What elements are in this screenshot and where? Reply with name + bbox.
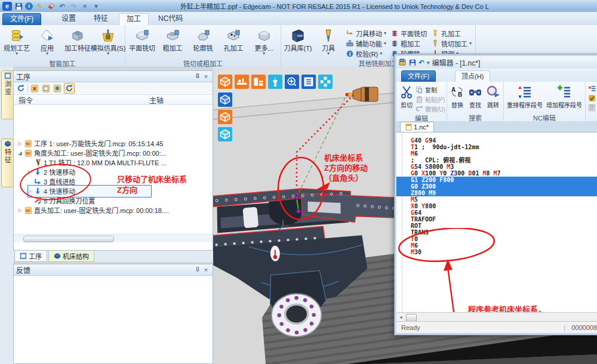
tree-row[interactable]: ▷NC工序 1: user-万能铣头龙门.mcp: 05:15:14.45 <box>17 138 163 148</box>
scroll-x-icon[interactable] <box>30 84 39 93</box>
tree-row[interactable]: ▷4 快速移动 <box>27 186 75 196</box>
ribbon-small-button[interactable]: 孔加工 <box>429 28 473 38</box>
code-line[interactable]: T0 <box>396 236 597 242</box>
close-icon[interactable]: × <box>202 72 210 81</box>
code-line[interactable]: G64 <box>396 209 597 216</box>
expand-icon[interactable]: ▷ <box>17 141 23 146</box>
stock-cube-icon[interactable] <box>218 75 232 89</box>
code-line[interactable]: G40 G94 <box>396 137 597 144</box>
editor-button[interactable]: 跳转 <box>484 83 502 113</box>
column-command[interactable]: 指令 <box>14 95 149 104</box>
eraser-icon[interactable] <box>46 2 56 11</box>
tree-row[interactable]: ▷2 快速移动 <box>27 167 75 177</box>
tree-row[interactable]: 5 刀具回换刀位置 <box>27 196 95 205</box>
scroll-win-icon[interactable] <box>41 84 51 93</box>
main-tab-4[interactable]: NC代码 <box>151 13 190 24</box>
dock-tab-浏览[interactable]: 浏览 <box>1 70 14 119</box>
redo-icon[interactable]: ↷ <box>69 2 78 11</box>
code-line[interactable]: TRANS <box>396 229 597 236</box>
ribbon-button[interactable]: 模拟仿真(S)▾ <box>93 26 123 55</box>
ribbon-button[interactable]: 更多...▾ <box>249 26 279 55</box>
code-line[interactable]: X0 Y800 <box>396 203 597 209</box>
pin-icon[interactable] <box>193 72 202 81</box>
code-line[interactable]: M30 <box>396 249 597 255</box>
code-line[interactable]: M6 <box>396 150 597 157</box>
info-icon[interactable]: i <box>25 2 33 10</box>
editor-tab-顶点(H)[interactable]: 顶点(H) <box>455 70 490 82</box>
view-cube-blue-icon[interactable] <box>218 92 232 107</box>
tree-row[interactable]: ▷NC直头加工: user-固定铣头龙门.mcp: 00:00:18.... <box>17 205 169 215</box>
ribbon-button[interactable]: 孔加工 <box>219 26 248 52</box>
ribbon-button[interactable]: 应用▾ <box>32 26 62 55</box>
code-line[interactable]: M6 <box>396 242 597 249</box>
editor-small-button[interactable]: 粘贴(P) <box>416 94 445 104</box>
ribbon-button[interactable]: 加工特征 <box>63 26 93 52</box>
main-tab-3[interactable]: 加工 <box>119 13 149 25</box>
code-line[interactable]: G1 Z200 F800 <box>396 177 597 183</box>
view-cube-cyan-icon[interactable] <box>218 127 232 141</box>
editor-small-button[interactable]: 复制 <box>416 85 445 94</box>
expand-icon[interactable]: ▷ <box>17 208 23 213</box>
view-cube-orange-icon[interactable] <box>218 110 232 124</box>
code-line[interactable]: TRAFOOF <box>396 216 597 223</box>
ribbon-small-button[interactable]: 校验(R)▾ <box>344 48 388 58</box>
machine-icon[interactable] <box>251 75 266 89</box>
move-icon[interactable] <box>318 75 333 89</box>
save-icon[interactable] <box>409 59 416 66</box>
editor-small-button[interactable]: 删 <box>588 84 597 93</box>
scroll-go-icon[interactable] <box>53 84 62 93</box>
code-line[interactable]: ; CPL: 俯视.俯视 <box>396 157 597 164</box>
bottom-tab-机床结构[interactable]: 机床结构 <box>48 251 94 262</box>
code-line[interactable]: M5 <box>396 196 597 203</box>
code-line[interactable]: G0 X100 Y0 Z300 D01 M8 M7 <box>396 170 597 177</box>
code-line[interactable]: G54 S8000 M3 <box>396 164 597 170</box>
bottom-tab-工序[interactable]: 工序 <box>14 251 47 262</box>
fixture-icon[interactable] <box>235 75 249 89</box>
main-tab-1[interactable]: 设置 <box>54 13 83 24</box>
dock-tab-特征[interactable]: 特征 <box>1 138 14 187</box>
ribbon-small-button[interactable]: 辅助功能▾ <box>344 38 388 48</box>
more-icon[interactable]: ▾ <box>91 2 101 11</box>
save-icon[interactable] <box>14 2 23 11</box>
close-icon[interactable]: × <box>80 2 90 11</box>
nc-editor-window[interactable]: ↶ ▾ 编辑器 - [1.nc*] 文件(F)顶点(H) 剪切复制粘贴(P)撤销… <box>394 54 597 335</box>
ribbon-button[interactable]: 刀具▾ <box>313 26 343 55</box>
tree-row[interactable]: 3 直线进给 <box>27 177 75 186</box>
code-line[interactable]: Z800 M9 <box>396 190 597 196</box>
editor-button[interactable]: 剪切 <box>398 83 416 113</box>
toolholder-icon[interactable] <box>268 75 282 89</box>
ribbon-small-button[interactable]: 粗加工 <box>389 38 429 48</box>
list-icon[interactable] <box>301 75 316 89</box>
editor-small-button[interactable]: 撤销(U) <box>416 104 445 113</box>
editor-small-button[interactable]: 重 <box>588 93 597 103</box>
ribbon-button[interactable]: 平面铣切 <box>127 26 157 52</box>
editor-button[interactable]: 重排程序段号 <box>505 83 544 113</box>
expand-icon[interactable]: ◢ <box>17 150 23 156</box>
code-line[interactable]: ROT <box>396 223 597 229</box>
editor-button[interactable]: AB替换 <box>448 83 466 113</box>
ribbon-button[interactable]: 刀具库(T) <box>283 26 313 52</box>
annotate-icon[interactable]: ✎ <box>35 2 44 11</box>
ribbon-button[interactable]: 规划工艺▾ <box>2 26 32 55</box>
undo-icon[interactable]: ↶ <box>418 58 424 67</box>
sync-icon[interactable] <box>64 83 75 94</box>
zoom-icon[interactable] <box>285 75 299 89</box>
ribbon-small-button[interactable]: 平面铣切 <box>389 28 429 38</box>
expand-icon[interactable]: ▷ <box>27 189 32 194</box>
main-tab-2[interactable]: 特征 <box>87 13 115 24</box>
editor-small-button[interactable]: 全 <box>588 103 597 112</box>
ribbon-small-button[interactable]: 刀具移动▾ <box>344 28 388 38</box>
code-line[interactable]: T1 ; 90du-jdt-12mm <box>396 144 597 150</box>
code-editor-area[interactable]: G40 G94T1 ; 90du-jdt-12mmM6; CPL: 俯视.俯视G… <box>396 132 597 312</box>
more-icon[interactable]: ▾ <box>427 60 430 66</box>
ribbon-button[interactable]: 轮廓铣 <box>188 26 218 52</box>
expand-icon[interactable]: ▷ <box>27 169 32 175</box>
refresh-icon[interactable] <box>16 84 26 93</box>
ops-horizontal-scrollbar[interactable] <box>14 234 213 242</box>
ribbon-small-button[interactable]: 铣切加工▾ <box>429 38 473 48</box>
editor-button[interactable]: 增加程序段号 <box>544 83 584 113</box>
app-logo-icon[interactable]: e <box>2 2 12 11</box>
close-icon[interactable]: × <box>202 266 210 274</box>
document-tab[interactable]: 1.nc* <box>400 122 434 132</box>
code-line[interactable]: G0 Z300 <box>396 183 597 190</box>
